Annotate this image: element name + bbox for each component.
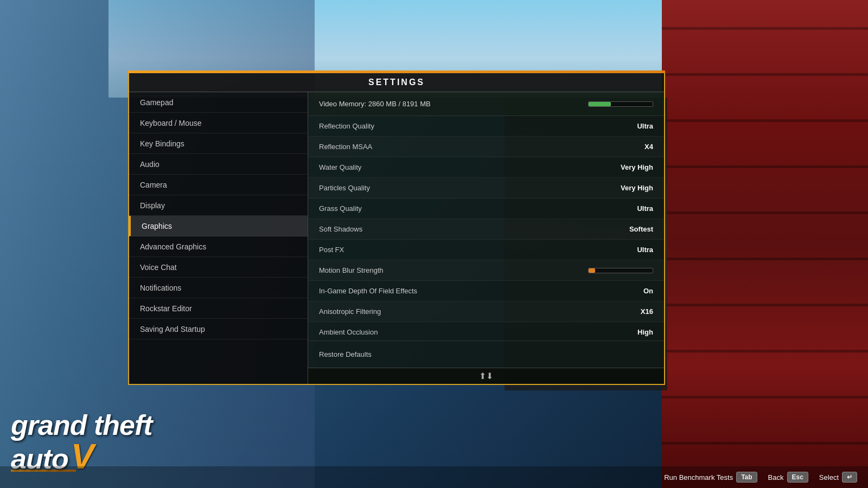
setting-reflection-quality[interactable]: Reflection Quality Ultra: [308, 116, 664, 137]
motion-blur-slider-area[interactable]: [588, 268, 653, 273]
settings-top-accent: [128, 70, 665, 73]
setting-soft-shadows[interactable]: Soft Shadows Softest: [308, 219, 664, 240]
sidebar-item-keyboard-mouse[interactable]: Keyboard / Mouse: [129, 113, 308, 133]
back-label: Back: [768, 473, 784, 481]
motion-blur-fill: [589, 268, 595, 273]
select-label: Select: [819, 473, 839, 481]
back-action: Back Esc: [768, 472, 808, 483]
gta-logo: grand theft autoV: [11, 411, 152, 472]
scroll-indicator: ⬆⬇: [308, 368, 664, 384]
sidebar-item-display[interactable]: Display: [129, 195, 308, 216]
setting-grass-quality[interactable]: Grass Quality Ultra: [308, 198, 664, 219]
sidebar-item-rockstar-editor[interactable]: Rockstar Editor: [129, 298, 308, 319]
tab-key-badge: Tab: [736, 472, 757, 483]
sidebar-item-gamepad[interactable]: Gamepad: [129, 92, 308, 113]
motion-blur-slider[interactable]: [588, 268, 653, 273]
sidebar-item-audio[interactable]: Audio: [129, 154, 308, 175]
setting-water-quality[interactable]: Water Quality Very High: [308, 157, 664, 178]
sidebar-item-camera[interactable]: Camera: [129, 175, 308, 195]
settings-title: SETTINGS: [368, 78, 425, 87]
bottom-bar: Run Benchmark Tests Tab Back Esc Select …: [0, 466, 868, 488]
settings-panel: SETTINGS Gamepad Keyboard / Mouse Key Bi…: [128, 70, 665, 385]
left-menu: Gamepad Keyboard / Mouse Key Bindings Au…: [129, 92, 308, 384]
video-memory-bar: [588, 101, 653, 107]
select-action: Select ↵: [819, 472, 857, 483]
sidebar-item-voice-chat[interactable]: Voice Chat: [129, 257, 308, 278]
settings-list: Reflection Quality Ultra Reflection MSAA…: [308, 116, 664, 341]
container-right-background: [662, 0, 868, 488]
settings-content: Video Memory: 2860 MB / 8191 MB Reflecti…: [308, 92, 664, 384]
enter-key-badge: ↵: [842, 472, 857, 483]
setting-reflection-msaa[interactable]: Reflection MSAA X4: [308, 137, 664, 157]
setting-depth-of-field[interactable]: In-Game Depth Of Field Effects On: [308, 281, 664, 301]
sidebar-item-graphics[interactable]: Graphics: [129, 216, 308, 236]
setting-particles-quality[interactable]: Particles Quality Very High: [308, 178, 664, 198]
sidebar-item-saving-startup[interactable]: Saving And Startup: [129, 319, 308, 339]
restore-defaults-row: Restore Defaults: [308, 341, 664, 368]
video-memory-fill: [589, 102, 611, 106]
scroll-arrows-icon: ⬆⬇: [479, 371, 493, 381]
sidebar-item-notifications[interactable]: Notifications: [129, 278, 308, 298]
video-memory-row: Video Memory: 2860 MB / 8191 MB: [308, 92, 664, 116]
sidebar-item-advanced-graphics[interactable]: Advanced Graphics: [129, 236, 308, 257]
settings-body: Gamepad Keyboard / Mouse Key Bindings Au…: [129, 92, 664, 384]
setting-motion-blur[interactable]: Motion Blur Strength: [308, 260, 664, 281]
logo-line1: grand theft: [11, 411, 152, 439]
benchmark-action: Run Benchmark Tests Tab: [664, 472, 757, 483]
video-memory-label: Video Memory: 2860 MB / 8191 MB: [319, 100, 588, 108]
benchmark-label: Run Benchmark Tests: [664, 473, 733, 481]
setting-anisotropic-filtering[interactable]: Anisotropic Filtering X16: [308, 301, 664, 322]
esc-key-badge: Esc: [787, 472, 808, 483]
sidebar-item-key-bindings[interactable]: Key Bindings: [129, 133, 308, 154]
settings-title-bar: SETTINGS: [129, 73, 664, 92]
setting-post-fx[interactable]: Post FX Ultra: [308, 240, 664, 260]
restore-defaults-button[interactable]: Restore Defaults: [319, 350, 372, 358]
setting-ambient-occlusion[interactable]: Ambient Occlusion High: [308, 322, 664, 341]
